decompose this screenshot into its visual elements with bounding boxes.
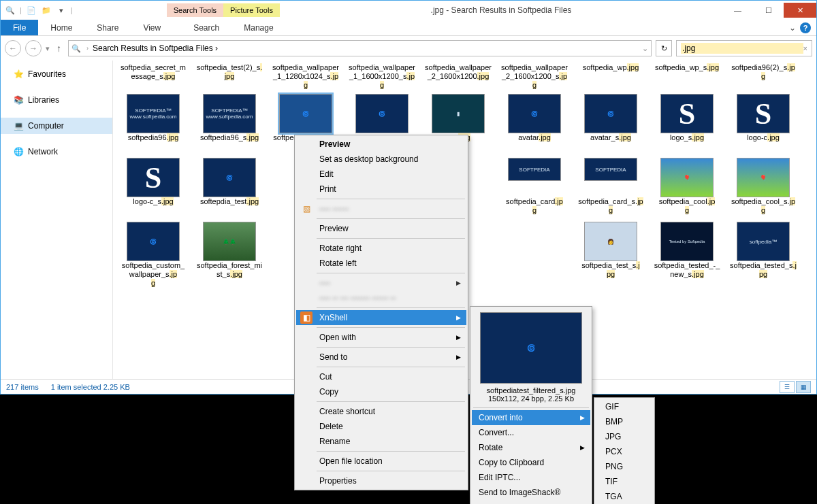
menu-edit-iptc[interactable]: Edit IPTC... bbox=[472, 470, 590, 485]
menu-png[interactable]: PNG bbox=[596, 459, 653, 474]
view-tab[interactable]: View bbox=[131, 20, 173, 35]
file-label[interactable]: softpedia_wp_s.jpg bbox=[654, 63, 720, 90]
properties-icon[interactable]: 🔍 bbox=[5, 5, 16, 16]
minimize-button[interactable]: — bbox=[722, 3, 753, 18]
file-label[interactable]: softpedia_card_s.jpg bbox=[577, 197, 644, 215]
file-item[interactable]: SOFTPEDIA™www.softpedia.com bbox=[120, 94, 187, 133]
menu-gif[interactable]: GIF bbox=[596, 399, 653, 414]
search-value[interactable]: .jpg bbox=[681, 43, 803, 54]
file-item[interactable]: SOFTPEDIA™www.softpedia.com bbox=[196, 94, 263, 133]
file-label[interactable]: softpedia_wallpaper_2_1600x1200_s.jpg bbox=[501, 63, 568, 90]
file-label[interactable]: softpedia96(2)_s.jpg bbox=[730, 63, 797, 90]
menu-rotate-right[interactable]: Rotate right bbox=[296, 241, 466, 256]
address-path[interactable]: Search Results in Softpedia Files › bbox=[93, 44, 638, 53]
menu-convert[interactable]: Convert... bbox=[472, 425, 590, 440]
file-label[interactable]: softpedia_wp.jpg bbox=[577, 63, 644, 90]
file-item[interactable]: softpedia™ bbox=[730, 222, 797, 261]
menu-print[interactable]: Print bbox=[296, 182, 466, 197]
menu-open-with[interactable]: Open with▶ bbox=[296, 330, 466, 345]
file-item[interactable]: 🌀 bbox=[349, 94, 415, 133]
file-label[interactable]: softpedia_cool_s.jpg bbox=[730, 197, 797, 215]
file-item[interactable]: S bbox=[730, 94, 797, 133]
menu-send-imageshack[interactable]: Send to ImageShack® bbox=[472, 485, 590, 500]
file-label[interactable]: softpedia_wallpaper_1_1600x1200_s.jpg bbox=[349, 63, 415, 90]
file-label[interactable]: avatar.jpg bbox=[501, 133, 568, 151]
menu-tif[interactable]: TIF bbox=[596, 474, 653, 489]
details-view-button[interactable]: ☰ bbox=[780, 381, 795, 393]
file-item[interactable]: 🌀 bbox=[577, 94, 644, 133]
menu-convert-into[interactable]: Convert into▶ bbox=[472, 410, 590, 425]
qat-dropdown-icon[interactable]: ▾ bbox=[56, 5, 67, 16]
file-label[interactable]: softpedia_cool.jpg bbox=[654, 197, 720, 215]
file-label[interactable]: softpedia_wallpaper_2_1600x1200.jpg bbox=[425, 63, 492, 90]
menu-blurred-item[interactable]: ▧---- ------ bbox=[296, 201, 466, 216]
search-tab[interactable]: Search bbox=[181, 20, 231, 35]
file-label[interactable]: softpedia_card.jpg bbox=[501, 197, 568, 215]
file-item[interactable]: SOFTPEDIA bbox=[501, 158, 568, 197]
search-tools-tab[interactable]: Search Tools bbox=[167, 3, 223, 17]
menu-rename[interactable]: Rename bbox=[296, 434, 466, 449]
up-button[interactable]: ↑ bbox=[54, 43, 64, 54]
menu-send-to[interactable]: Send to▶ bbox=[296, 350, 466, 365]
menu-edit[interactable]: Edit bbox=[296, 167, 466, 182]
menu-preview[interactable]: Preview bbox=[296, 137, 466, 152]
new-folder-icon[interactable]: 📄 bbox=[26, 5, 37, 16]
file-item[interactable]: 🌀 bbox=[501, 94, 568, 133]
file-item[interactable]: 🌲🌲 bbox=[196, 222, 263, 261]
file-label[interactable]: avatar_s.jpg bbox=[577, 133, 644, 151]
sidebar-item-libraries[interactable]: 📚Libraries bbox=[1, 92, 112, 108]
file-label[interactable]: softpedia96.jpg bbox=[120, 133, 187, 151]
file-label[interactable]: softpedia_tested_-_new_s.jpg bbox=[654, 261, 720, 288]
menu-bmp[interactable]: BMP bbox=[596, 414, 653, 429]
home-tab[interactable]: Home bbox=[38, 20, 84, 35]
address-dropdown-icon[interactable]: ⌄ bbox=[642, 44, 648, 53]
file-item[interactable]: S bbox=[120, 158, 187, 197]
file-label[interactable]: softpedia_custom_wallpaper_s.jpg bbox=[120, 261, 187, 288]
collapse-ribbon-icon[interactable]: ⌄ bbox=[789, 23, 796, 33]
sidebar-item-computer[interactable]: 💻Computer bbox=[1, 118, 112, 134]
file-label[interactable]: softpedia_tested_s.jpg bbox=[730, 261, 797, 288]
icons-view-button[interactable]: ▦ bbox=[796, 381, 811, 393]
menu-set-wallpaper[interactable]: Set Wallpaper as▶ bbox=[472, 500, 590, 504]
file-label[interactable]: softpedia_test(2)_s.jpg bbox=[196, 63, 263, 90]
menu-copy-clipboard[interactable]: Copy to Clipboard bbox=[472, 455, 590, 470]
menu-rotate-left[interactable]: Rotate left bbox=[296, 256, 466, 271]
sidebar-item-network[interactable]: 🌐Network bbox=[1, 144, 112, 160]
menu-blurred-item[interactable]: ----▶ bbox=[296, 275, 466, 290]
file-label[interactable]: softpedia_wallpaper_1_1280x1024_s.jpg bbox=[272, 63, 339, 90]
menu-delete[interactable]: Delete bbox=[296, 419, 466, 434]
menu-xnshell[interactable]: ◧XnShell▶ bbox=[296, 310, 466, 325]
menu-create-shortcut[interactable]: Create shortcut bbox=[296, 404, 466, 419]
sidebar-item-favourites[interactable]: ⭐Favourites bbox=[1, 66, 112, 82]
file-label[interactable]: softpedia_test_s.jpg bbox=[577, 261, 644, 288]
menu-cut[interactable]: Cut bbox=[296, 369, 466, 384]
help-icon[interactable]: ? bbox=[800, 22, 811, 33]
file-item[interactable]: 👩 bbox=[577, 222, 644, 261]
file-item[interactable]: S bbox=[654, 94, 720, 133]
maximize-button[interactable]: ☐ bbox=[753, 3, 784, 18]
menu-pcx[interactable]: PCX bbox=[596, 444, 653, 459]
picture-tools-tab[interactable]: Picture Tools bbox=[223, 3, 280, 17]
manage-tab[interactable]: Manage bbox=[231, 20, 285, 35]
menu-preview-2[interactable]: Preview bbox=[296, 221, 466, 236]
clear-search-icon[interactable]: × bbox=[803, 44, 807, 52]
file-tab[interactable]: File bbox=[1, 20, 38, 35]
menu-copy[interactable]: Copy bbox=[296, 384, 466, 399]
file-item[interactable]: 🌀 bbox=[196, 158, 263, 197]
menu-tga[interactable]: TGA bbox=[596, 489, 653, 504]
file-label[interactable]: logo-c.jpg bbox=[730, 133, 797, 151]
file-item[interactable]: Tested by Softpedia bbox=[654, 222, 720, 261]
menu-open-location[interactable]: Open file location bbox=[296, 454, 466, 469]
menu-jpg[interactable]: JPG bbox=[596, 429, 653, 444]
file-label[interactable]: softpedia_forest_mist_s.jpg bbox=[196, 261, 263, 288]
menu-set-background[interactable]: Set as desktop background bbox=[296, 152, 466, 167]
file-label[interactable]: softpedia_secret_message_s.jpg bbox=[120, 63, 187, 90]
file-item[interactable]: ▮ bbox=[425, 94, 492, 133]
file-item-selected[interactable]: 🌀 bbox=[272, 94, 339, 133]
file-item[interactable]: 🎈 bbox=[730, 158, 797, 197]
menu-rotate[interactable]: Rotate▶ bbox=[472, 440, 590, 455]
close-button[interactable]: ✕ bbox=[784, 3, 816, 18]
file-label[interactable]: logo_s.jpg bbox=[654, 133, 720, 151]
back-button[interactable]: ← bbox=[5, 40, 21, 56]
file-label[interactable]: softpedia96_s.jpg bbox=[196, 133, 263, 151]
